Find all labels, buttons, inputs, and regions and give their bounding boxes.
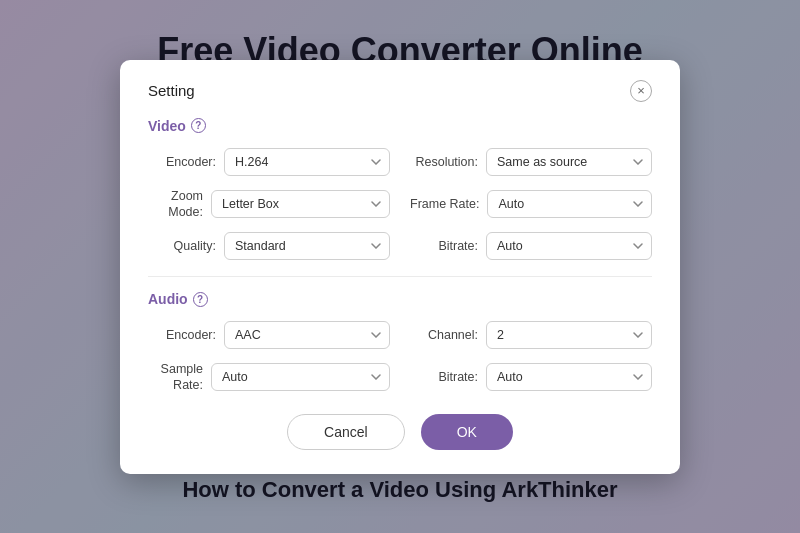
zoom-select[interactable]: Letter Box Pan & Scan Full <box>211 190 390 218</box>
audio-bitrate-row: Bitrate: Auto 128k 256k <box>410 361 652 394</box>
dialog-footer: Cancel OK <box>148 414 652 450</box>
audio-bitrate-label: Bitrate: <box>410 370 478 384</box>
cancel-button[interactable]: Cancel <box>287 414 405 450</box>
channel-select[interactable]: 2 1 6 <box>486 321 652 349</box>
video-help-icon[interactable]: ? <box>191 118 206 133</box>
dialog-header: Setting × <box>148 80 652 102</box>
samplerate-label: SampleRate: <box>148 361 203 394</box>
zoom-row: ZoomMode: Letter Box Pan & Scan Full <box>148 188 390 221</box>
ok-button[interactable]: OK <box>421 414 513 450</box>
settings-dialog: Setting × Video ? Encoder: H.264 H.265 M… <box>120 60 680 474</box>
resolution-row: Resolution: Same as source 1920x1080 128… <box>410 148 652 176</box>
samplerate-row: SampleRate: Auto 44100 48000 <box>148 361 390 394</box>
quality-select[interactable]: Standard High Low <box>224 232 390 260</box>
resolution-select[interactable]: Same as source 1920x1080 1280x720 <box>486 148 652 176</box>
resolution-label: Resolution: <box>410 155 478 169</box>
channel-row: Channel: 2 1 6 <box>410 321 652 349</box>
channel-label: Channel: <box>410 328 478 342</box>
encoder-row: Encoder: H.264 H.265 MPEG-4 <box>148 148 390 176</box>
framerate-label: Frame Rate: <box>410 197 479 211</box>
audio-encoder-row: Encoder: AAC MP3 AC3 <box>148 321 390 349</box>
video-bitrate-label: Bitrate: <box>410 239 478 253</box>
samplerate-select[interactable]: Auto 44100 48000 <box>211 363 390 391</box>
framerate-row: Frame Rate: Auto 24 30 60 <box>410 188 652 221</box>
divider <box>148 276 652 277</box>
audio-bitrate-select[interactable]: Auto 128k 256k <box>486 363 652 391</box>
encoder-label: Encoder: <box>148 155 216 169</box>
close-button[interactable]: × <box>630 80 652 102</box>
audio-help-icon[interactable]: ? <box>193 292 208 307</box>
quality-row: Quality: Standard High Low <box>148 232 390 260</box>
framerate-select[interactable]: Auto 24 30 60 <box>487 190 652 218</box>
zoom-label: ZoomMode: <box>148 188 203 221</box>
audio-settings-grid: Encoder: AAC MP3 AC3 Channel: 2 1 6 Samp… <box>148 321 652 394</box>
audio-encoder-label: Encoder: <box>148 328 216 342</box>
video-section-label: Video ? <box>148 118 652 134</box>
video-settings-grid: Encoder: H.264 H.265 MPEG-4 Resolution: … <box>148 148 652 261</box>
dialog-title: Setting <box>148 82 195 99</box>
audio-section-label: Audio ? <box>148 291 652 307</box>
encoder-select[interactable]: H.264 H.265 MPEG-4 <box>224 148 390 176</box>
video-bitrate-row: Bitrate: Auto 512k 1M <box>410 232 652 260</box>
quality-label: Quality: <box>148 239 216 253</box>
audio-encoder-select[interactable]: AAC MP3 AC3 <box>224 321 390 349</box>
video-bitrate-select[interactable]: Auto 512k 1M <box>486 232 652 260</box>
